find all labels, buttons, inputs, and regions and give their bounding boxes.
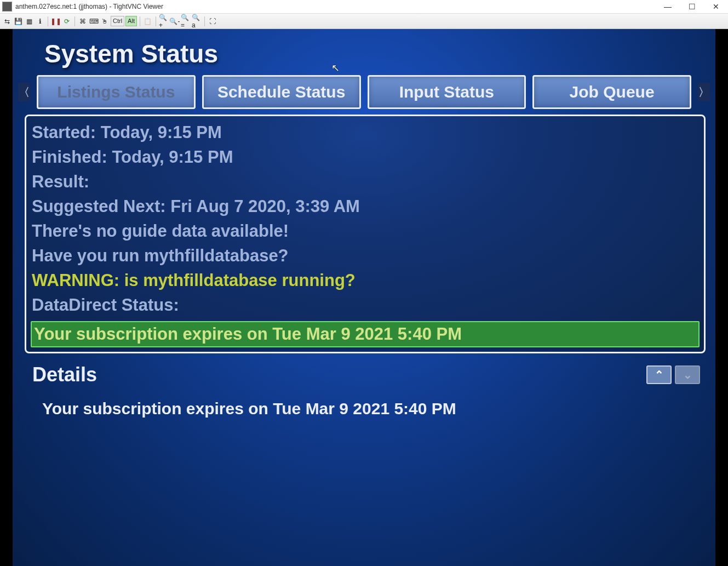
toolbar-separator xyxy=(156,16,156,26)
window-controls: — ☐ ✕ xyxy=(656,0,728,13)
zoom-out-icon[interactable]: 🔍- xyxy=(170,16,180,26)
send-keys-icon[interactable]: ⌨ xyxy=(89,16,99,26)
zoom-100-icon[interactable]: 🔍= xyxy=(181,16,191,26)
save-icon[interactable]: 💾 xyxy=(13,16,23,26)
remote-screen[interactable]: ↖ System Status 〈 Listings Status Schedu… xyxy=(0,29,728,566)
page-title: System Status xyxy=(13,29,715,74)
minimize-button[interactable]: — xyxy=(656,0,680,13)
toolbar-separator xyxy=(140,16,140,26)
scroll-tabs-right-button[interactable]: 〉 xyxy=(698,83,710,101)
pause-icon[interactable]: ❚❚ xyxy=(51,16,61,26)
mythtv-status-screen: ↖ System Status 〈 Listings Status Schedu… xyxy=(13,29,715,566)
tab-label: Schedule Status xyxy=(217,83,345,101)
status-suggested: Suggested Next: Fri Aug 7 2020, 3:39 AM xyxy=(31,195,700,219)
status-datadirect: DataDirect Status: xyxy=(31,293,700,318)
status-result: Result: xyxy=(31,170,700,195)
alt-key-toggle[interactable]: Alt xyxy=(125,16,137,26)
tab-listings-status[interactable]: Listings Status xyxy=(37,75,196,109)
window-title: anthem.027esc.net:1 (jjthomas) - TightVN… xyxy=(15,3,163,10)
maximize-button[interactable]: ☐ xyxy=(680,0,704,13)
tab-label: Job Queue xyxy=(570,83,655,101)
tab-label: Input Status xyxy=(399,83,494,101)
status-panel: Started: Today, 9:15 PM Finished: Today,… xyxy=(25,115,706,353)
ctrl-key-toggle[interactable]: Ctrl xyxy=(111,16,124,26)
vnc-toolbar: ⇆ 💾 ▦ ℹ ❚❚ ⟳ ⌘ ⌨ 🖱 Ctrl Alt 📋 🔍+ 🔍- 🔍= 🔍… xyxy=(0,14,728,29)
toolbar-separator xyxy=(74,16,75,26)
status-started: Started: Today, 9:15 PM xyxy=(31,121,700,145)
mouse-icon[interactable]: 🖱 xyxy=(100,16,110,26)
app-icon xyxy=(2,2,12,12)
details-header-row: Details ⌃ ⌄ xyxy=(13,353,715,386)
status-noguide: There's no guide data available! xyxy=(31,219,700,244)
copy-icon[interactable]: 📋 xyxy=(143,16,153,26)
info-icon[interactable]: ℹ xyxy=(35,16,45,26)
zoom-in-icon[interactable]: 🔍+ xyxy=(159,16,169,26)
details-text: Your subscription expires on Tue Mar 9 2… xyxy=(13,386,715,418)
ctrlaltdel-icon[interactable]: ⌘ xyxy=(78,16,88,26)
fullscreen-icon[interactable]: ⛶ xyxy=(208,16,217,26)
tab-schedule-status[interactable]: Schedule Status xyxy=(202,75,361,109)
zoom-auto-icon[interactable]: 🔍a xyxy=(192,16,202,26)
refresh-icon[interactable]: ⟳ xyxy=(62,16,72,26)
status-subscription-selected[interactable]: Your subscription expires on Tue Mar 9 2… xyxy=(31,321,700,348)
options-icon[interactable]: ▦ xyxy=(24,16,34,26)
tabs-container: Listings Status Schedule Status Input St… xyxy=(37,75,691,109)
toolbar-separator xyxy=(48,16,48,26)
vnc-titlebar: anthem.027esc.net:1 (jjthomas) - TightVN… xyxy=(0,0,728,14)
tab-input-status[interactable]: Input Status xyxy=(368,75,526,109)
details-up-button[interactable]: ⌃ xyxy=(646,365,672,384)
scroll-tabs-left-button[interactable]: 〈 xyxy=(18,83,30,101)
status-warning: WARNING: is mythfilldatabase running? xyxy=(31,268,700,293)
toolbar-separator xyxy=(204,16,205,26)
details-heading: Details xyxy=(32,363,97,386)
connect-icon[interactable]: ⇆ xyxy=(2,16,12,26)
tabs-row: 〈 Listings Status Schedule Status Input … xyxy=(13,75,715,109)
status-finished: Finished: Today, 9:15 PM xyxy=(31,145,700,170)
status-haveyourun: Have you run mythfilldatabase? xyxy=(31,244,700,268)
tab-job-queue[interactable]: Job Queue xyxy=(532,75,691,109)
details-down-button[interactable]: ⌄ xyxy=(675,365,700,384)
tab-label: Listings Status xyxy=(57,83,175,101)
close-button[interactable]: ✕ xyxy=(704,0,728,13)
details-scroll-controls: ⌃ ⌄ xyxy=(646,365,700,384)
